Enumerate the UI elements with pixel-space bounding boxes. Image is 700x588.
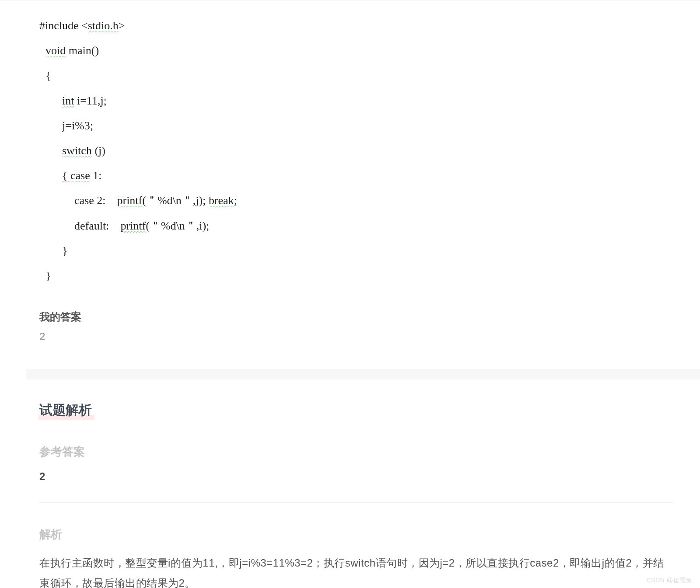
code-line-3: { bbox=[39, 63, 682, 88]
code-text: 1: bbox=[90, 169, 102, 182]
page: #include <stdio.h> void main() { int i=1… bbox=[0, 0, 700, 588]
code-text: default: bbox=[74, 219, 120, 232]
code-text: (j) bbox=[92, 144, 105, 157]
code-text: main() bbox=[66, 44, 99, 57]
my-answer-label: 我的答案 bbox=[39, 310, 682, 324]
code-text: (＂%d\n＂,j); bbox=[142, 194, 209, 207]
code-text-underlined: break bbox=[209, 194, 234, 207]
code-line-11: } bbox=[39, 263, 682, 288]
code-text: #include < bbox=[39, 19, 88, 32]
question-container: #include <stdio.h> void main() { int i=1… bbox=[0, 9, 700, 369]
code-text: } bbox=[62, 244, 67, 257]
code-line-6: switch (j) bbox=[39, 138, 682, 163]
code-text-underlined: printf bbox=[117, 194, 142, 207]
code-text-underlined: { bbox=[62, 169, 70, 182]
code-line-2: void main() bbox=[39, 38, 682, 63]
analysis-container: 试题解析 参考答案 2 解析 在执行主函数时，整型变量i的值为11,，即j=i%… bbox=[0, 379, 700, 588]
explanation-text: 在执行主函数时，整型变量i的值为11,，即j=i%3=11%3=2；执行swit… bbox=[39, 553, 674, 588]
code-text: } bbox=[46, 269, 51, 282]
code-text-underlined: printf bbox=[120, 219, 146, 232]
reference-answer-value: 2 bbox=[39, 470, 674, 503]
code-text-underlined: stdio.h bbox=[88, 19, 119, 32]
top-rule bbox=[0, 0, 700, 0]
code-line-1: #include <stdio.h> bbox=[39, 13, 682, 38]
code-line-10: } bbox=[39, 238, 682, 263]
code-text: (＂%d\n＂,i); bbox=[146, 219, 209, 232]
code-line-4: int i=11,j; bbox=[39, 88, 682, 113]
code-text: ; bbox=[234, 194, 237, 207]
my-answer-value: 2 bbox=[39, 331, 682, 343]
code-text-underlined: void bbox=[46, 44, 66, 57]
section-divider bbox=[26, 369, 700, 379]
code-line-5: j=i%3; bbox=[39, 113, 682, 138]
code-text: i=11,j; bbox=[74, 94, 106, 107]
code-text: > bbox=[119, 19, 125, 32]
code-line-7: { case 1: bbox=[39, 163, 682, 188]
code-text-underlined: switch bbox=[62, 144, 92, 157]
explanation-label: 解析 bbox=[39, 527, 674, 542]
code-block: #include <stdio.h> void main() { int i=1… bbox=[39, 9, 682, 299]
code-text-underlined: int bbox=[62, 94, 74, 107]
reference-answer-label: 参考答案 bbox=[39, 444, 674, 459]
code-line-8: case 2: printf(＂%d\n＂,j); break; bbox=[39, 188, 682, 213]
analysis-heading: 试题解析 bbox=[39, 401, 92, 420]
watermark: CSDN @崔雪兔 bbox=[647, 577, 692, 585]
code-line-9: default: printf(＂%d\n＂,i); bbox=[39, 213, 682, 238]
code-text: j=i%3; bbox=[62, 119, 93, 132]
code-text-underlined: case bbox=[70, 169, 90, 182]
code-text: { bbox=[46, 69, 51, 82]
code-text: case 2: bbox=[74, 194, 117, 207]
